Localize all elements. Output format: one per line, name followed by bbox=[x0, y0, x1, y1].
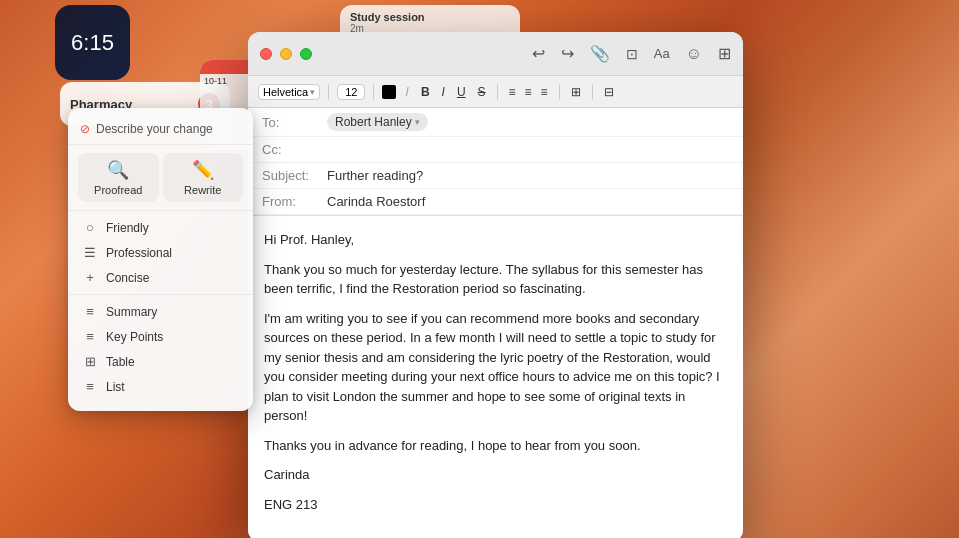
table-icon: ⊞ bbox=[82, 354, 98, 369]
divider-4 bbox=[559, 84, 560, 100]
paragraph3: Thanks you in advance for reading, I hop… bbox=[264, 436, 727, 456]
notification-title: Study session bbox=[350, 11, 510, 23]
ai-format-section: ≡ Summary ≡ Key Points ⊞ Table ≡ List bbox=[68, 295, 253, 403]
font-size-selector[interactable]: 12 bbox=[337, 84, 365, 100]
cc-label: Cc: bbox=[262, 142, 327, 157]
strikethrough-button[interactable]: S bbox=[475, 84, 489, 100]
mail-compose-window: ↩ ↪ 📎 ⊡ Aa ☺ ⊞ Helvetica ▾ 12 I B I U S … bbox=[248, 32, 743, 538]
table-label: Table bbox=[106, 355, 135, 369]
recipient-chip[interactable]: Robert Hanley bbox=[327, 113, 428, 131]
font-selector[interactable]: Helvetica ▾ bbox=[258, 84, 320, 100]
greeting: Hi Prof. Hanley, bbox=[264, 230, 727, 250]
professional-item[interactable]: ☰ Professional bbox=[68, 240, 253, 265]
professional-icon: ☰ bbox=[82, 245, 98, 260]
ai-popup-menu: ⊘ Describe your change 🔍 Proofread ✏️ Re… bbox=[68, 108, 253, 411]
to-row: To: Robert Hanley bbox=[248, 108, 743, 137]
browser-icon[interactable]: ⊡ bbox=[626, 46, 638, 62]
redo-icon[interactable]: ↪ bbox=[561, 44, 574, 63]
maximize-button[interactable] bbox=[300, 48, 312, 60]
rewrite-icon: ✏️ bbox=[192, 159, 214, 181]
text-color-swatch[interactable] bbox=[382, 85, 396, 99]
indent-button[interactable]: ⊞ bbox=[568, 84, 584, 100]
summary-icon: ≡ bbox=[82, 304, 98, 319]
key-points-icon: ≡ bbox=[82, 329, 98, 344]
rewrite-label: Rewrite bbox=[184, 184, 221, 196]
from-value: Carinda Roestorf bbox=[327, 194, 729, 209]
proofread-icon: 🔍 bbox=[107, 159, 129, 181]
ai-describe-label: Describe your change bbox=[96, 122, 213, 136]
from-row: From: Carinda Roestorf bbox=[248, 189, 743, 215]
paragraph1: Thank you so much for yesterday lecture.… bbox=[264, 260, 727, 299]
clock-time: 6:15 bbox=[71, 30, 114, 56]
ai-describe-row[interactable]: ⊘ Describe your change bbox=[68, 116, 253, 145]
ai-describe-icon: ⊘ bbox=[80, 122, 90, 136]
title-bar: ↩ ↪ 📎 ⊡ Aa ☺ ⊞ bbox=[248, 32, 743, 76]
table-item[interactable]: ⊞ Table bbox=[68, 349, 253, 374]
from-label: From: bbox=[262, 194, 327, 209]
more-format-button[interactable]: ⊟ bbox=[601, 84, 617, 100]
friendly-label: Friendly bbox=[106, 221, 149, 235]
photo-icon[interactable]: ⊞ bbox=[718, 44, 731, 63]
bold-button[interactable]: B bbox=[418, 84, 433, 100]
italic-button[interactable]: I bbox=[402, 83, 412, 100]
italic-format-button[interactable]: I bbox=[439, 84, 448, 100]
proofread-button[interactable]: 🔍 Proofread bbox=[78, 153, 159, 202]
divider-1 bbox=[328, 84, 329, 100]
key-points-item[interactable]: ≡ Key Points bbox=[68, 324, 253, 349]
ai-main-actions: 🔍 Proofread ✏️ Rewrite bbox=[68, 149, 253, 211]
concise-label: Concise bbox=[106, 271, 149, 285]
clock-widget: 6:15 bbox=[55, 5, 130, 80]
align-icons: ≡ ≡ ≡ bbox=[506, 84, 551, 100]
concise-icon: + bbox=[82, 270, 98, 285]
subject-row: Subject: Further reading? bbox=[248, 163, 743, 189]
underline-button[interactable]: U bbox=[454, 84, 469, 100]
list-label: List bbox=[106, 380, 125, 394]
concise-item[interactable]: + Concise bbox=[68, 265, 253, 290]
emoji-icon[interactable]: ☺ bbox=[686, 45, 702, 63]
subject-label: Subject: bbox=[262, 168, 327, 183]
divider-5 bbox=[592, 84, 593, 100]
align-left-button[interactable]: ≡ bbox=[506, 84, 519, 100]
format-bar: Helvetica ▾ 12 I B I U S ≡ ≡ ≡ ⊞ ⊟ bbox=[248, 76, 743, 108]
align-center-button[interactable]: ≡ bbox=[522, 84, 535, 100]
attach-icon[interactable]: 📎 bbox=[590, 44, 610, 63]
signature-name: Carinda bbox=[264, 465, 727, 485]
subject-value[interactable]: Further reading? bbox=[327, 168, 729, 183]
cc-row: Cc: bbox=[248, 137, 743, 163]
summary-item[interactable]: ≡ Summary bbox=[68, 299, 253, 324]
divider-3 bbox=[497, 84, 498, 100]
rewrite-button[interactable]: ✏️ Rewrite bbox=[163, 153, 244, 202]
minimize-button[interactable] bbox=[280, 48, 292, 60]
align-right-button[interactable]: ≡ bbox=[538, 84, 551, 100]
email-body[interactable]: Hi Prof. Hanley, Thank you so much for y… bbox=[248, 216, 743, 538]
toolbar-icons: ↩ ↪ 📎 ⊡ Aa ☺ ⊞ bbox=[532, 44, 731, 63]
friendly-item[interactable]: ○ Friendly bbox=[68, 215, 253, 240]
summary-label: Summary bbox=[106, 305, 157, 319]
paragraph2: I'm am writing you to see if you can rec… bbox=[264, 309, 727, 426]
font-icon[interactable]: Aa bbox=[654, 46, 670, 61]
list-item[interactable]: ≡ List bbox=[68, 374, 253, 399]
undo-icon[interactable]: ↩ bbox=[532, 44, 545, 63]
divider-2 bbox=[373, 84, 374, 100]
friendly-icon: ○ bbox=[82, 220, 98, 235]
email-headers: To: Robert Hanley Cc: Subject: Further r… bbox=[248, 108, 743, 216]
ai-tone-section: ○ Friendly ☰ Professional + Concise bbox=[68, 211, 253, 295]
professional-label: Professional bbox=[106, 246, 172, 260]
key-points-label: Key Points bbox=[106, 330, 163, 344]
to-label: To: bbox=[262, 115, 327, 130]
proofread-label: Proofread bbox=[94, 184, 142, 196]
list-icon: ≡ bbox=[82, 379, 98, 394]
close-button[interactable] bbox=[260, 48, 272, 60]
signature-course: ENG 213 bbox=[264, 495, 727, 515]
